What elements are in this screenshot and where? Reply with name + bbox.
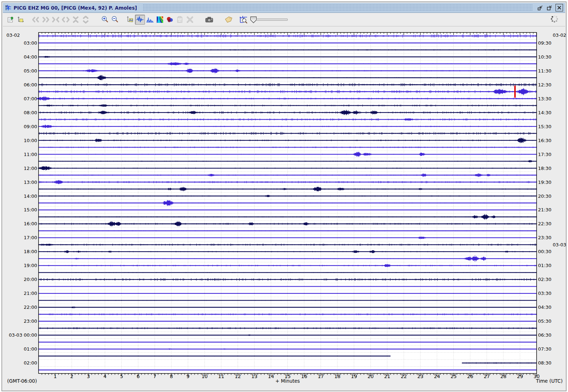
left-time-label: 01:00	[24, 346, 37, 352]
trace-row-12:00[interactable]	[38, 166, 537, 170]
zoom-out-button[interactable]	[110, 15, 120, 25]
tag-button[interactable]	[223, 15, 233, 25]
event-burst	[36, 96, 50, 101]
trace-row-19:00[interactable]	[39, 264, 537, 267]
trace-row-04:00[interactable]	[39, 56, 537, 58]
trace-row-10:30[interactable]	[39, 146, 537, 148]
trace-row-20:30[interactable]	[39, 286, 537, 287]
trace-row-22:00[interactable]	[39, 306, 537, 308]
compress-time-button[interactable]	[51, 15, 61, 25]
trace-row-23:00[interactable]	[39, 321, 537, 321]
scale-settings-button[interactable]	[125, 15, 135, 25]
trace-row-11:00[interactable]	[39, 152, 537, 157]
trace-row-02:00[interactable]	[462, 362, 537, 364]
trace-row-07:30[interactable]	[39, 104, 537, 107]
right-time-label: 20:30	[538, 194, 551, 199]
trace-row-21:30[interactable]	[39, 300, 537, 301]
trace-row-01:30[interactable]	[39, 356, 391, 356]
trace-row-08:30[interactable]	[39, 118, 537, 121]
right-time-label: 19:30	[538, 180, 551, 185]
trace-row-15:30[interactable]	[39, 214, 537, 220]
trace-row-14:30[interactable]	[39, 200, 537, 206]
trace-row-05:00[interactable]	[39, 68, 537, 74]
right-time-label: 15:30	[538, 124, 551, 129]
trace-row-03:00[interactable]	[39, 42, 537, 43]
pick-zoom-button[interactable]	[238, 15, 248, 25]
left-time-label: 20:00	[24, 277, 37, 282]
trace-row-16:30[interactable]	[39, 230, 537, 231]
compress-amplitude-button[interactable]	[71, 15, 81, 25]
trace-row-21:00[interactable]	[39, 293, 537, 294]
trace-row-13:00[interactable]	[39, 180, 537, 184]
trace-row-17:30[interactable]	[39, 243, 537, 246]
trace-row-02:30[interactable]	[39, 34, 537, 38]
trace-row-01:00[interactable]	[39, 348, 537, 350]
trace-row-14:00[interactable]	[39, 195, 537, 197]
zoom-in-button[interactable]	[100, 15, 110, 25]
spectrogram-view-button[interactable]	[155, 15, 165, 25]
event-burst	[354, 152, 426, 157]
left-time-label: 13:00	[24, 180, 37, 185]
x-tick-label: 29	[517, 373, 523, 379]
minimize-button[interactable]	[537, 4, 544, 11]
trace-row-16:00[interactable]	[39, 221, 537, 226]
x-tick-label: 8	[170, 373, 173, 379]
title-bar[interactable]: PICG EHZ MG 00, [PICG (Mex4, 92) P. Amol…	[3, 3, 565, 13]
trace-row-09:30[interactable]	[39, 132, 537, 135]
trace-row-00:30[interactable]	[39, 342, 537, 342]
trace-row-22:30[interactable]	[39, 313, 537, 315]
trace-row-13:30[interactable]	[39, 187, 537, 191]
trace-row-06:00[interactable]	[39, 83, 537, 86]
right-time-label: 18:30	[538, 166, 551, 171]
trace-row-09:00[interactable]	[39, 125, 537, 128]
trace-row-23:30[interactable]	[39, 327, 537, 329]
trace-row-08:00[interactable]	[39, 110, 537, 115]
swarm-window: PICG EHZ MG 00, [PICG (Mex4, 92) P. Amol…	[0, 0, 568, 392]
zoom-amount-slider[interactable]	[249, 15, 288, 24]
restore-button[interactable]	[546, 4, 553, 11]
x-tick-label: 23	[417, 373, 423, 379]
xy-scale-button[interactable]	[16, 15, 26, 25]
trace-row-19:30[interactable]	[39, 272, 537, 273]
spectra-view-button[interactable]	[145, 15, 155, 25]
left-time-label: 03:00	[24, 40, 37, 46]
trace-row-02:30b[interactable]	[39, 370, 537, 371]
trace-row-18:00[interactable]	[39, 250, 537, 253]
trace-row-06:30[interactable]	[39, 88, 537, 95]
expand-time-button[interactable]	[61, 15, 71, 25]
left-time-label: 06:00	[24, 82, 37, 87]
right-time-label: 02:30	[538, 277, 551, 282]
right-time-label: 07:30	[538, 346, 551, 352]
trace-row-15:00[interactable]	[39, 210, 537, 210]
trace-row-20:00[interactable]	[39, 278, 537, 281]
trace-row-00:00[interactable]	[39, 335, 537, 336]
trace-row-17:00[interactable]	[39, 236, 537, 239]
trace-row-03:30[interactable]	[39, 49, 537, 51]
wave-view-button[interactable]	[135, 15, 145, 25]
trace-row-04:30[interactable]	[39, 62, 537, 65]
slider-track[interactable]	[256, 19, 288, 21]
pin-clipboard-button[interactable]	[6, 15, 16, 25]
trace-row-10:00[interactable]	[39, 138, 537, 143]
trace-row-05:30[interactable]	[39, 75, 537, 80]
expand-amplitude-button[interactable]	[81, 15, 91, 25]
right-time-label: 21:30	[538, 207, 551, 212]
close-button[interactable]	[556, 4, 563, 11]
left-time-label: 18:00	[24, 249, 37, 254]
capture-image-button[interactable]	[204, 15, 214, 25]
busy-spinner-icon	[550, 15, 559, 23]
trace-row-18:30[interactable]	[39, 256, 537, 262]
left-time-label: 09:00	[24, 124, 37, 129]
left-time-label: 07:00	[24, 96, 37, 101]
event-burst	[403, 118, 414, 121]
scroll-back-button[interactable]	[31, 15, 41, 25]
particle-motion-button[interactable]	[165, 15, 175, 25]
trace-row-12:30[interactable]	[39, 174, 537, 177]
helicorder-plot[interactable]: 1234567891011121314151617181920212223242…	[2, 2, 568, 392]
left-time-label: 12:00	[24, 166, 37, 171]
event-burst	[38, 166, 52, 170]
trace-row-11:30[interactable]	[39, 160, 537, 162]
trace-row-07:00[interactable]	[36, 96, 537, 101]
x-tick-label: 7	[153, 373, 156, 379]
scroll-forward-button[interactable]	[41, 15, 51, 25]
